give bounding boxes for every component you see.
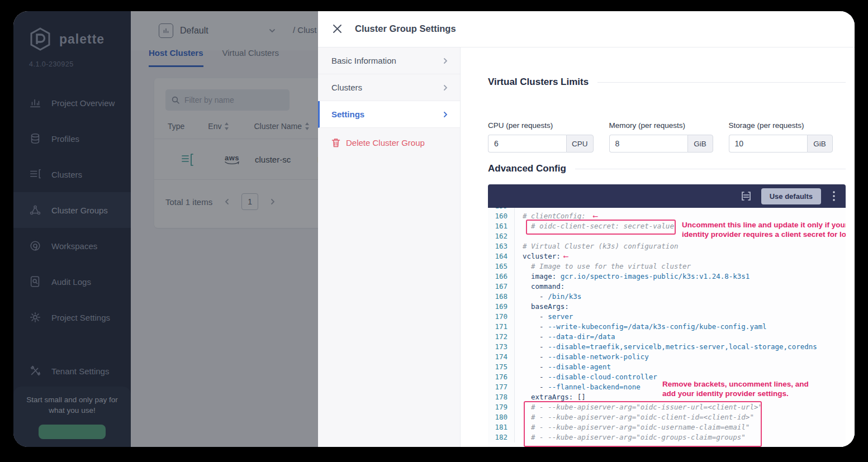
code-line-169: 169 baseArgs: [488, 302, 846, 312]
section-title: Advanced Config [488, 163, 566, 174]
line-number: 160 [488, 211, 515, 221]
editor-body[interactable]: 159160# clientConfig: ⟵161 # oidc-client… [488, 208, 846, 447]
code-line-180: 180 # - --kube-apiserver-arg="oidc-clien… [488, 412, 846, 422]
line-number: 168 [488, 292, 515, 302]
field-label: CPU (per requests) [488, 121, 594, 130]
limits-section-heading: Virtual Clusters Limits [488, 77, 846, 88]
annotation-text: Uncomment this line and update it only i… [682, 221, 846, 239]
code-line-170: 170 - server [488, 312, 846, 322]
line-number: 161 [488, 221, 515, 231]
modal-nav-basic-information[interactable]: Basic Information [318, 47, 460, 74]
kebab-menu-icon[interactable] [830, 190, 838, 202]
line-number: 177 [488, 382, 515, 392]
line-number: 181 [488, 422, 515, 432]
line-number: 174 [488, 352, 515, 362]
line-number: 180 [488, 412, 515, 422]
memory-limit-input[interactable] [609, 135, 687, 153]
line-number: 173 [488, 342, 515, 352]
code-line-179: 179 # - --kube-apiserver-arg="oidc-issue… [488, 402, 846, 412]
cpu-per-requests--field: CPU (per requests)CPU [488, 121, 594, 153]
code-line-171: 171 - --write-kubeconfig=/data/k3s-confi… [488, 322, 846, 332]
divider [597, 82, 846, 83]
line-number: 166 [488, 272, 515, 282]
advanced-section-heading: Advanced Config [488, 163, 846, 174]
code-line-163: 163# Virtual Cluster (k3s) configuration [488, 241, 846, 251]
code-line-165: 165 # Image to use for the virtual clust… [488, 261, 846, 272]
cpu-limit-input[interactable] [488, 135, 566, 153]
code-line-173: 173 - --disable=traefik,servicelb,metric… [488, 342, 846, 352]
chevron-right-icon [442, 111, 449, 118]
line-number: 164 [488, 251, 515, 261]
unit-addon: GiB [687, 135, 713, 153]
unit-addon: CPU [566, 135, 594, 153]
delete-label: Delete Cluster Group [346, 138, 425, 147]
settings-panel: Virtual Clusters Limits CPU (per request… [461, 47, 855, 447]
line-number: 170 [488, 312, 515, 322]
modal-title: Cluster Group Settings [355, 23, 456, 34]
modal-nav-clusters[interactable]: Clusters [318, 74, 460, 101]
chevron-right-icon [442, 84, 449, 91]
modal-nav-settings[interactable]: Settings [318, 101, 460, 128]
line-number: 165 [488, 261, 515, 272]
pink-arrow-icon: ⟵ [593, 212, 597, 220]
code-line-166: 166 image: gcr.io/spectro-images-public/… [488, 272, 846, 282]
line-number: 169 [488, 302, 515, 312]
field-label: Storage (per requests) [729, 121, 833, 130]
modal-nav: Basic InformationClustersSettings Delete… [318, 47, 461, 447]
cluster-group-settings-modal: Cluster Group Settings Basic Information… [318, 11, 855, 447]
modal-nav-label: Clusters [331, 83, 362, 92]
modal-header: Cluster Group Settings [318, 11, 855, 47]
modal-nav-label: Basic Information [331, 56, 396, 65]
divider [575, 169, 846, 169]
code-line-181: 181 # - --kube-apiserver-arg="oidc-usern… [488, 422, 846, 432]
delete-cluster-group-button[interactable]: Delete Cluster Group [331, 138, 460, 147]
line-number: 172 [488, 332, 515, 342]
line-number: 175 [488, 362, 515, 372]
pink-arrow-icon: ⟵ [564, 252, 568, 260]
code-line-182: 182 # - --kube-apiserver-arg="oidc-group… [488, 432, 846, 442]
line-number: 171 [488, 322, 515, 332]
editor-toolbar: Use defaults [488, 184, 846, 208]
code-line-167: 167 command: [488, 282, 846, 292]
code-line-175: 175 - --disable-agent [488, 362, 846, 372]
code-line-174: 174 - --disable-network-policy [488, 352, 846, 362]
limits-fields: CPU (per requests)CPUMemory (per request… [488, 121, 848, 153]
yaml-editor: Use defaults 159160# clientConfig: ⟵161 … [488, 184, 846, 447]
code-line-160: 160# clientConfig: ⟵ [488, 211, 846, 221]
line-number: 179 [488, 402, 515, 412]
line-number: 163 [488, 241, 515, 251]
line-number: 176 [488, 372, 515, 382]
memory-per-requests--field: Memory (per requests)GiB [609, 121, 713, 153]
storage-per-requests--field: Storage (per requests)GiB [729, 121, 833, 153]
storage-limit-input[interactable] [729, 135, 807, 153]
code-line-172: 172 - --data-dir=/data [488, 332, 846, 342]
close-icon[interactable] [330, 23, 344, 36]
diff-view-icon[interactable] [740, 190, 752, 202]
annotation-text: Remove brackets, uncomment lines, and ad… [662, 380, 813, 398]
trash-icon [331, 138, 340, 147]
unit-addon: GiB [807, 135, 833, 153]
line-number: 178 [488, 392, 515, 402]
app-window: palette 4.1.0-230925 Project OverviewPro… [13, 11, 855, 447]
use-defaults-button[interactable]: Use defaults [761, 188, 821, 204]
line-number: 162 [488, 231, 515, 241]
line-number: 182 [488, 432, 515, 442]
line-number: 167 [488, 282, 515, 292]
chevron-right-icon [442, 58, 449, 64]
code-line-164: 164vcluster:⟵ [488, 251, 846, 261]
code-line-168: 168 - /bin/k3s [488, 292, 846, 302]
modal-nav-label: Settings [331, 109, 364, 119]
field-label: Memory (per requests) [609, 121, 713, 130]
section-title: Virtual Clusters Limits [488, 77, 589, 88]
